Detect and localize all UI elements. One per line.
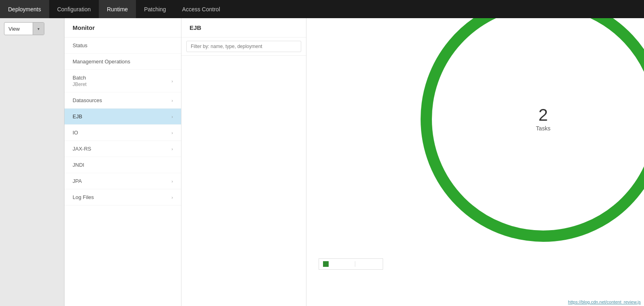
datasources-label: Datasources: [73, 97, 102, 103]
sidebar-item-management-operations[interactable]: Management Operations: [65, 54, 181, 70]
donut-chart-svg: [402, 18, 644, 260]
ejb-panel: EJB: [181, 18, 306, 306]
sidebar-item-jax-rs[interactable]: JAX-RS ›: [65, 141, 181, 157]
chevron-down-icon[interactable]: ▾: [33, 23, 44, 35]
status-bar-url: https://blog.cdn.net/content_review.js: [565, 298, 644, 306]
sidebar-item-status-label: Status: [73, 42, 88, 48]
nav-patching[interactable]: Patching: [136, 0, 174, 18]
main-container: View ▾ Monitor Status Management Operati…: [0, 18, 644, 306]
tasks-count: 2: [536, 107, 550, 124]
chevron-right-icon: ›: [171, 179, 173, 184]
sidebar-item-log-files[interactable]: Log Files ›: [65, 189, 181, 205]
monitor-sidebar: Monitor Status Management Operations Bat…: [65, 18, 181, 306]
sidebar-item-datasources[interactable]: Datasources ›: [65, 92, 181, 109]
nav-access-control[interactable]: Access Control: [174, 0, 228, 18]
nav-configuration[interactable]: Configuration: [49, 0, 99, 18]
monitor-list: Status Management Operations Batch JBere…: [65, 38, 181, 306]
ejb-label: EJB: [73, 113, 82, 119]
view-button[interactable]: View ▾: [4, 22, 44, 35]
batch-label-group: Batch JBeret: [73, 75, 87, 87]
chevron-right-icon: ›: [171, 195, 173, 200]
sidebar-item-batch[interactable]: Batch JBeret ›: [65, 70, 181, 92]
jpa-label: JPA: [73, 178, 82, 184]
sidebar-item-jndi[interactable]: JNDI: [65, 157, 181, 173]
batch-label: Batch: [73, 75, 87, 81]
view-button-label: View: [4, 26, 33, 32]
tasks-label: Tasks: [536, 125, 550, 132]
legend-color-box: [323, 261, 329, 267]
log-files-label: Log Files: [73, 194, 94, 200]
chevron-right-icon: ›: [171, 79, 173, 84]
ejb-filter-container: [181, 38, 306, 56]
chart-area: 2 Tasks https://blog.cdn.net/content_rev…: [306, 18, 644, 306]
chevron-right-icon: ›: [171, 114, 173, 119]
chevron-right-icon: ›: [171, 98, 173, 103]
monitor-header: Monitor: [65, 18, 181, 38]
jberet-label: JBeret: [73, 82, 87, 87]
top-navigation: Deployments Configuration Runtime Patchi…: [0, 0, 644, 18]
nav-runtime[interactable]: Runtime: [99, 0, 136, 18]
left-toolbar: View ▾: [0, 18, 65, 306]
chart-center: 2 Tasks: [536, 107, 550, 132]
jndi-label: JNDI: [73, 162, 84, 168]
ejb-panel-header: EJB: [181, 18, 306, 38]
legend-item-2: [358, 261, 379, 267]
svg-point-0: [426, 18, 644, 236]
chevron-right-icon: ›: [171, 130, 173, 135]
legend-item-1: [331, 261, 355, 267]
chart-legend: [319, 258, 383, 270]
io-label: IO: [73, 130, 78, 136]
chevron-right-icon: ›: [171, 147, 173, 151]
sidebar-item-ejb[interactable]: EJB ›: [65, 109, 181, 125]
donut-chart-container: 2 Tasks: [402, 18, 644, 260]
ejb-filter-input[interactable]: [186, 41, 301, 52]
sidebar-item-management-label: Management Operations: [73, 59, 130, 65]
sidebar-item-jpa[interactable]: JPA ›: [65, 173, 181, 189]
sidebar-item-io[interactable]: IO ›: [65, 125, 181, 141]
sidebar-item-status[interactable]: Status: [65, 38, 181, 54]
jax-rs-label: JAX-RS: [73, 146, 91, 152]
nav-deployments[interactable]: Deployments: [0, 0, 49, 18]
